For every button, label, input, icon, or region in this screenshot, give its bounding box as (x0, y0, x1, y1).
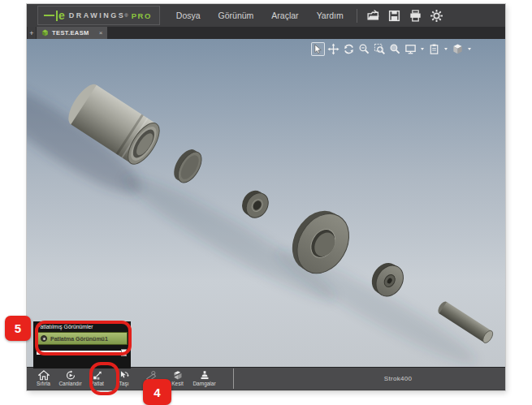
logo-edition: PRO (132, 11, 152, 20)
menubar: e DRAWINGS ® PRO Dosya Görünüm Araçlar Y… (27, 4, 505, 27)
zoom-area-tool-icon[interactable] (373, 42, 387, 56)
logo-bar-icon (56, 11, 58, 21)
markup-views-icon[interactable] (427, 42, 441, 56)
display-mode-icon[interactable] (404, 42, 417, 56)
stamps-button[interactable]: Damgalar (191, 368, 218, 390)
move-component-icon (119, 370, 130, 381)
menubar-icons (365, 7, 445, 24)
logo-arrow-icon (44, 15, 54, 16)
assembly-doc-icon (41, 29, 49, 37)
reset-label: Sıfırla (37, 381, 50, 386)
home-icon (38, 370, 50, 381)
menu-dosya[interactable]: Dosya (167, 4, 210, 27)
exploded-assembly-model[interactable] (27, 39, 505, 367)
stamps-label: Damgalar (192, 381, 215, 386)
logo-e: e (58, 10, 65, 21)
viewport-3d[interactable] (27, 39, 505, 367)
animate-icon (65, 370, 76, 381)
part-washer-small[interactable] (238, 187, 273, 222)
display-mode-caret-icon[interactable] (421, 48, 424, 50)
menu-yardim[interactable]: Yardım (308, 4, 353, 27)
callout-step-4: 4 (143, 379, 171, 405)
move-label: Taşı (119, 381, 129, 386)
animate-label: Canlandır (58, 381, 81, 386)
animate-button[interactable]: Canlandır (57, 368, 84, 390)
part-cap[interactable] (169, 145, 206, 186)
screenshot-stage: e DRAWINGS ® PRO Dosya Görünüm Araçlar Y… (0, 0, 532, 405)
section-label: Kesit (171, 381, 183, 386)
options-gear-icon[interactable] (428, 7, 445, 24)
orientation-cube-caret-icon[interactable] (468, 48, 471, 50)
annotation-ring-explode-button (89, 362, 119, 395)
print-icon[interactable] (407, 7, 424, 24)
viewport-toolbar (311, 42, 473, 56)
menu-araclar[interactable]: Araçlar (262, 4, 307, 27)
section-icon (172, 370, 184, 381)
zoom-fit-tool-icon[interactable] (388, 42, 402, 56)
zoom-tool-icon[interactable] (357, 42, 371, 56)
select-tool-icon[interactable] (311, 42, 325, 56)
menu-gorunum[interactable]: Görünüm (210, 4, 263, 27)
logo-name: DRAWINGS (69, 11, 126, 19)
annotation-ring-panel (35, 321, 132, 355)
rotate-tool-icon[interactable] (342, 42, 356, 56)
pan-tool-icon[interactable] (327, 42, 340, 56)
new-tab-button[interactable]: + (28, 27, 36, 39)
orientation-cube-icon[interactable] (451, 42, 465, 56)
menubar-separator (357, 9, 357, 23)
tab-close-icon[interactable]: × (99, 29, 103, 37)
edrawings-logo: e DRAWINGS ® PRO (37, 6, 160, 25)
status-text: Strok400 (384, 375, 412, 382)
callout-step-5: 5 (5, 316, 31, 341)
save-icon[interactable] (386, 7, 403, 24)
stamp-icon (199, 370, 210, 381)
tab-test-easm[interactable]: TEST.EASM × (37, 27, 107, 39)
markup-views-caret-icon[interactable] (444, 48, 448, 50)
open-file-icon[interactable] (365, 7, 382, 24)
reset-button[interactable]: Sıfırla (30, 368, 57, 390)
menu-items: Dosya Görünüm Araçlar Yardım (167, 4, 353, 27)
tab-bar: + TEST.EASM × (27, 27, 505, 39)
tab-label: TEST.EASM (52, 29, 89, 37)
logo-registered-mark: ® (124, 13, 128, 18)
status-zone: Strok400 (234, 368, 505, 390)
